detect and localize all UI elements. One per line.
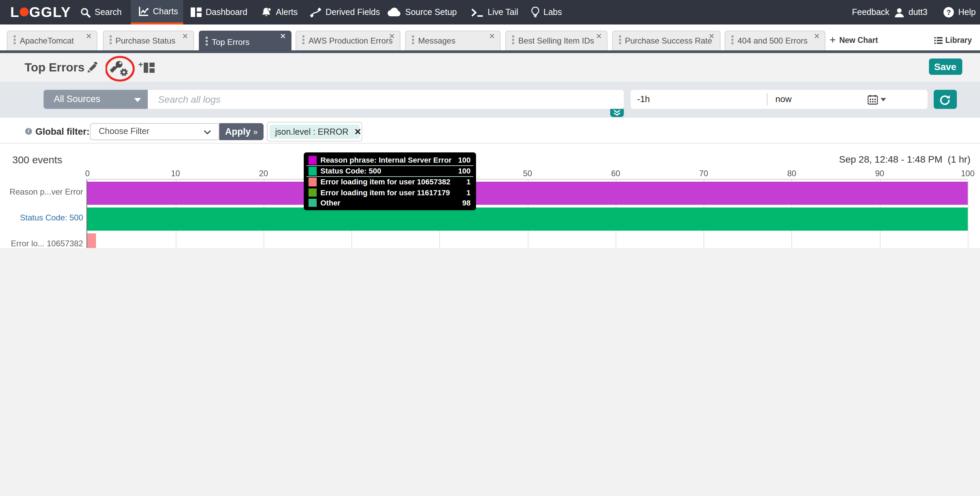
svg-text:?: ? bbox=[946, 8, 951, 17]
svg-text:+: + bbox=[138, 61, 143, 69]
